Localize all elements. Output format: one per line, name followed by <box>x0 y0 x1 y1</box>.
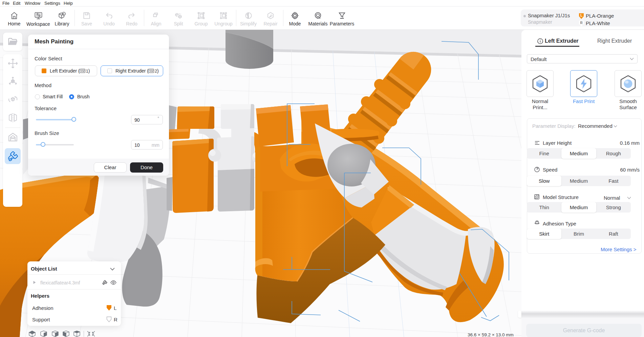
svg-text:L: L <box>580 14 582 17</box>
svg-text:R: R <box>580 21 582 25</box>
